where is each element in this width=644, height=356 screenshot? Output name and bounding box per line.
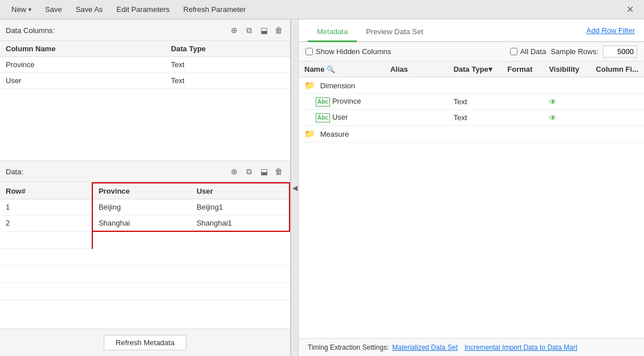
save-as-button[interactable]: Save As — [69, 0, 110, 19]
show-hidden-columns-checkbox[interactable] — [305, 48, 313, 55]
search-icon[interactable]: 🔍 — [327, 66, 335, 73]
columns-table: Column Name Data Type Province Text User… — [0, 41, 290, 89]
delete-column-button[interactable]: 🗑 — [273, 24, 284, 36]
collapse-icon: ◀ — [292, 184, 297, 192]
abc-badge: Abc — [316, 97, 330, 107]
add-column-button[interactable]: ⊕ — [229, 24, 240, 36]
data-title: Data: — [6, 167, 23, 176]
tab-preview-data-set[interactable]: Preview Data Set — [357, 23, 432, 42]
meta-format-user — [502, 110, 543, 126]
meta-header-datatype: Data Type▾ — [448, 62, 502, 77]
col-header-type: Data Type — [165, 41, 290, 57]
incremental-import-link[interactable]: Incremental Import Data to Data Mart — [464, 343, 577, 351]
col-type-cell: Text — [165, 57, 290, 73]
table-row — [0, 283, 290, 300]
columns-table-wrapper: Column Name Data Type Province Text User… — [0, 41, 290, 161]
meta-header-format: Format — [502, 62, 543, 77]
table-row[interactable]: 2 Shanghai Shanghai1 — [0, 215, 290, 232]
delete-data-button[interactable]: 🗑 — [273, 166, 284, 177]
data-row-user: Shanghai1 — [191, 215, 290, 232]
columns-section-header: Data Columns: ⊕ ⧉ ⬓ 🗑 — [0, 19, 290, 41]
metadata-toolbar: Show Hidden Columns All Data Sample Rows… — [299, 42, 644, 62]
toolbar: New ▾ Save Save As Edit Parameters Refre… — [0, 0, 644, 19]
metadata-table: Name 🔍 Alias Data Type▾ Format Visibilit… — [299, 62, 644, 142]
table-row — [0, 248, 290, 265]
sample-rows-group: All Data Sample Rows: — [510, 46, 637, 58]
left-bottom: Refresh Metadata — [0, 329, 290, 356]
col-type-cell: Text — [165, 73, 290, 89]
bottom-bar: Timing Extraction Settings: Materialized… — [299, 338, 644, 356]
paste-data-button[interactable]: ⬓ — [258, 166, 270, 177]
refresh-metadata-button[interactable]: Refresh Metadata — [104, 335, 186, 350]
data-row-province: Beijing — [92, 199, 191, 215]
meta-visibility-province: 👁 — [543, 94, 590, 110]
data-section-header: Data: ⊕ ⧉ ⬓ 🗑 — [0, 161, 290, 182]
meta-name-user: AbcUser — [299, 110, 385, 126]
eye-icon[interactable]: 👁 — [549, 97, 557, 107]
data-table-wrapper: Row# Province User 1 Beijing Beijing1 2 — [0, 182, 290, 329]
meta-header-name: Name 🔍 — [299, 62, 385, 77]
meta-header-column-filter: Column Fi... — [590, 62, 644, 77]
data-icons: ⊕ ⧉ ⬓ 🗑 — [229, 166, 284, 177]
meta-header-visibility: Visibility — [543, 62, 590, 77]
columns-title: Data Columns: — [6, 26, 55, 35]
col-name-cell: Province — [0, 57, 165, 73]
meta-type-province: Text — [448, 94, 502, 110]
materialized-data-set-link[interactable]: Materialized Data Set — [392, 343, 458, 351]
meta-format-province — [502, 94, 543, 110]
data-header-row: Row# — [0, 183, 92, 199]
add-row-filter-link[interactable]: Add Row Filter — [586, 26, 635, 35]
col-header-name: Column Name — [0, 41, 165, 57]
meta-colfilter-user — [590, 110, 644, 126]
eye-icon[interactable]: 👁 — [549, 113, 557, 122]
table-row: 📁 Measure — [299, 126, 644, 142]
left-panel: Data Columns: ⊕ ⧉ ⬓ 🗑 Column Name Data T… — [0, 19, 291, 356]
table-row[interactable]: User Text — [0, 73, 290, 89]
new-button[interactable]: New ▾ — [5, 0, 38, 19]
sample-rows-input[interactable] — [603, 46, 637, 58]
meta-alias-user — [385, 110, 448, 126]
folder-icon: 📁 — [304, 80, 315, 90]
all-data-label[interactable]: All Data — [510, 47, 547, 56]
all-data-checkbox[interactable] — [510, 48, 517, 55]
data-header-province: Province — [92, 183, 191, 199]
table-row[interactable]: AbcProvince Text 👁 — [299, 94, 644, 110]
close-icon: ✕ — [626, 4, 634, 15]
refresh-parameter-button[interactable]: Refresh Parameter — [177, 0, 253, 19]
meta-visibility-user: 👁 — [543, 110, 590, 126]
table-row[interactable]: 1 Beijing Beijing1 — [0, 199, 290, 215]
tab-metadata[interactable]: Metadata — [308, 23, 357, 42]
paste-column-button[interactable]: ⬓ — [258, 24, 270, 36]
save-button[interactable]: Save — [38, 0, 69, 19]
main-layout: Data Columns: ⊕ ⧉ ⬓ 🗑 Column Name Data T… — [0, 19, 644, 356]
abc-badge: Abc — [316, 113, 330, 122]
timing-label: Timing Extraction Settings: — [308, 343, 389, 351]
data-row-num: 2 — [0, 215, 92, 232]
table-row — [0, 231, 290, 248]
meta-name-province: AbcProvince — [299, 94, 385, 110]
copy-data-button[interactable]: ⧉ — [243, 166, 255, 177]
collapse-handle[interactable]: ◀ — [291, 19, 299, 356]
columns-icons: ⊕ ⧉ ⬓ 🗑 — [229, 24, 284, 36]
add-data-button[interactable]: ⊕ — [229, 166, 240, 177]
edit-parameters-button[interactable]: Edit Parameters — [109, 0, 176, 19]
col-name-cell: User — [0, 73, 165, 89]
table-row[interactable]: AbcUser Text 👁 — [299, 110, 644, 126]
sample-rows-label: Sample Rows: — [551, 47, 598, 56]
table-row[interactable]: Province Text — [0, 57, 290, 73]
data-row-num: 1 — [0, 199, 92, 215]
close-button[interactable]: ✕ — [620, 0, 639, 19]
show-hidden-columns-label[interactable]: Show Hidden Columns — [305, 47, 391, 56]
meta-colfilter-province — [590, 94, 644, 110]
tabs-bar: Metadata Preview Data Set Add Row Filter — [299, 19, 644, 42]
copy-column-button[interactable]: ⧉ — [243, 24, 255, 36]
data-row-user: Beijing1 — [191, 199, 290, 215]
data-table: Row# Province User 1 Beijing Beijing1 2 — [0, 182, 290, 300]
data-row-province: Shanghai — [92, 215, 191, 232]
right-panel: Metadata Preview Data Set Add Row Filter… — [299, 19, 644, 356]
folder-measure: 📁 Measure — [299, 126, 644, 142]
new-chevron-icon: ▾ — [28, 6, 31, 13]
data-section: Data: ⊕ ⧉ ⬓ 🗑 Row# Province User — [0, 161, 290, 329]
meta-type-user: Text — [448, 110, 502, 126]
data-header-user: User — [191, 183, 290, 199]
